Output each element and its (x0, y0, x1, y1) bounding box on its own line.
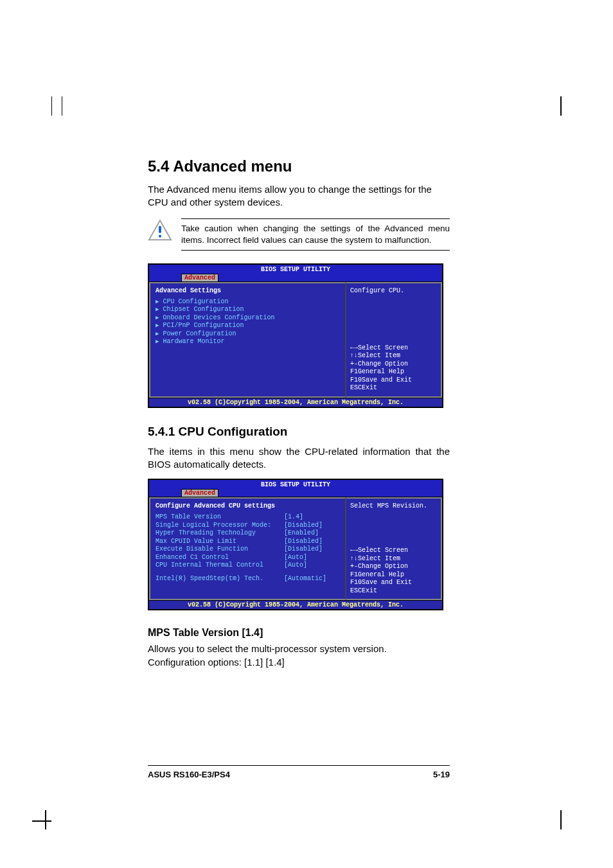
bios-setting-row: Max CPUID Value Limit[Disabled] (155, 538, 340, 546)
bios-menu-label: PCI/PnP Configuration (163, 322, 244, 330)
bios-nav-row: F10 Save and Exit (350, 579, 437, 587)
bios-right-panel: Select MPS Revision. ←→ Select Screen ↑↓… (346, 497, 442, 600)
bios-menu-item: ▶Hardware Monitor (155, 338, 340, 346)
bios-screen-advanced: BIOS SETUP UTILITY Advanced Advanced Set… (148, 263, 443, 408)
param-desc-line1: Allows you to select the multi-processor… (148, 642, 450, 655)
bios-titlebar: BIOS SETUP UTILITY Advanced (149, 265, 442, 281)
footer-product: ASUS RS160-E3/PS4 (148, 770, 230, 779)
spacer (155, 570, 340, 575)
chevron-right-icon: ▶ (155, 323, 159, 330)
bios-left-panel: Configure Advanced CPU settings MPS Tabl… (149, 497, 346, 600)
bios-menu-item: ▶PCI/PnP Configuration (155, 322, 340, 330)
bios-menu-label: Chipset Configuration (163, 306, 244, 314)
caution-text: Take caution when changing the settings … (181, 218, 450, 251)
crop-mark (51, 96, 52, 116)
bios-setting-row: Intel(R) SpeedStep(tm) Tech.[Automatic] (155, 575, 340, 583)
bios-setting-row: Hyper Threading Technology[Enabled] (155, 529, 340, 538)
bios-footer: v02.58 (C)Copyright 1985-2004, American … (149, 600, 442, 609)
chevron-right-icon: ▶ (155, 299, 159, 306)
bios-footer: v02.58 (C)Copyright 1985-2004, American … (149, 398, 442, 407)
bios-setting-row: Single Logical Processor Mode:[Disabled] (155, 522, 340, 530)
bios-panel-header: Advanced Settings (155, 287, 340, 294)
chevron-right-icon: ▶ (155, 306, 159, 314)
bios-menu-item: ▶Power Configuration (155, 330, 340, 339)
bios-menu-item: ▶CPU Configuration (155, 298, 340, 306)
bios-setting-row: MPS Table Version[1.4] (155, 513, 340, 522)
bios-nav-hints: ←→ Select Screen ↑↓ Select Item +- Chang… (350, 547, 437, 595)
page-footer: ASUS RS160-E3/PS4 5-19 (148, 765, 450, 779)
bios-menu-label: Onboard Devices Configuration (163, 314, 274, 323)
caution-icon (148, 218, 172, 243)
param-heading: MPS Table Version [1.4] (148, 627, 450, 639)
svg-point-2 (159, 235, 161, 237)
bios-body: Configure Advanced CPU settings MPS Tabl… (149, 497, 442, 600)
bios-nav-row: +- Change Option (350, 360, 437, 369)
chevron-right-icon: ▶ (155, 315, 159, 322)
bios-setting-row: Execute Disable Function[Disabled] (155, 545, 340, 554)
footer-page-number: 5-19 (433, 770, 450, 779)
bios-nav-row: F1 General Help (350, 571, 437, 580)
bios-menu-label: CPU Configuration (163, 298, 228, 306)
crop-mark (560, 810, 562, 829)
bios-nav-row: ESC Exit (350, 587, 437, 596)
bios-tab-advanced: Advanced (181, 489, 218, 497)
bios-nav-row: ESC Exit (350, 384, 437, 393)
bios-nav-row: ←→ Select Screen (350, 344, 437, 353)
bios-help-text: Configure CPU. (350, 287, 437, 296)
bios-title: BIOS SETUP UTILITY (149, 266, 442, 273)
bios-left-panel: Advanced Settings ▶CPU Configuration ▶Ch… (149, 282, 346, 398)
section-heading: 5.4 Advanced menu (148, 157, 450, 175)
bios-right-panel: Configure CPU. ←→ Select Screen ↑↓ Selec… (346, 282, 442, 398)
bios-nav-hints: ←→ Select Screen ↑↓ Select Item +- Chang… (350, 344, 437, 393)
bios-tab-advanced: Advanced (181, 274, 218, 281)
bios-screen-cpu-config: BIOS SETUP UTILITY Advanced Configure Ad… (148, 479, 443, 610)
bios-nav-row: ↑↓ Select Item (350, 352, 437, 360)
content-area: 5.4 Advanced menu The Advanced menu item… (148, 157, 450, 669)
bios-titlebar: BIOS SETUP UTILITY Advanced (149, 480, 442, 497)
section-intro: The Advanced menu items allow you to cha… (148, 183, 450, 209)
bios-help-text: Select MPS Revision. (350, 502, 437, 511)
bios-nav-row: F1 General Help (350, 368, 437, 376)
crop-mark (560, 96, 562, 116)
bios-setting-row: CPU Internal Thermal Control[Auto] (155, 562, 340, 570)
bios-nav-row: F10 Save and Exit (350, 376, 437, 385)
bios-menu-item: ▶Onboard Devices Configuration (155, 314, 340, 323)
subsection-heading: 5.4.1 CPU Configuration (148, 425, 450, 439)
param-desc-line2: Configuration options: [1.1] [1.4] (148, 656, 450, 669)
crop-mark (62, 96, 62, 116)
crop-mark (32, 820, 51, 822)
svg-rect-1 (159, 226, 161, 233)
bios-setting-row: Enhanced C1 Control[Auto] (155, 554, 340, 562)
bios-nav-row: +- Change Option (350, 563, 437, 571)
bios-nav-row: ←→ Select Screen (350, 547, 437, 555)
bios-nav-row: ↑↓ Select Item (350, 555, 437, 563)
bios-title: BIOS SETUP UTILITY (149, 481, 442, 488)
page: 5.4 Advanced menu The Advanced menu item… (0, 0, 613, 868)
chevron-right-icon: ▶ (155, 339, 159, 346)
subsection-text: The items in this menu show the CPU-rela… (148, 445, 450, 472)
bios-panel-header: Configure Advanced CPU settings (155, 502, 340, 509)
bios-menu-label: Power Configuration (163, 330, 236, 339)
bios-menu-label: Hardware Monitor (163, 338, 224, 346)
caution-block: Take caution when changing the settings … (148, 218, 450, 251)
bios-menu-item: ▶Chipset Configuration (155, 306, 340, 314)
chevron-right-icon: ▶ (155, 331, 159, 338)
crop-mark (45, 810, 46, 829)
bios-body: Advanced Settings ▶CPU Configuration ▶Ch… (149, 281, 442, 398)
